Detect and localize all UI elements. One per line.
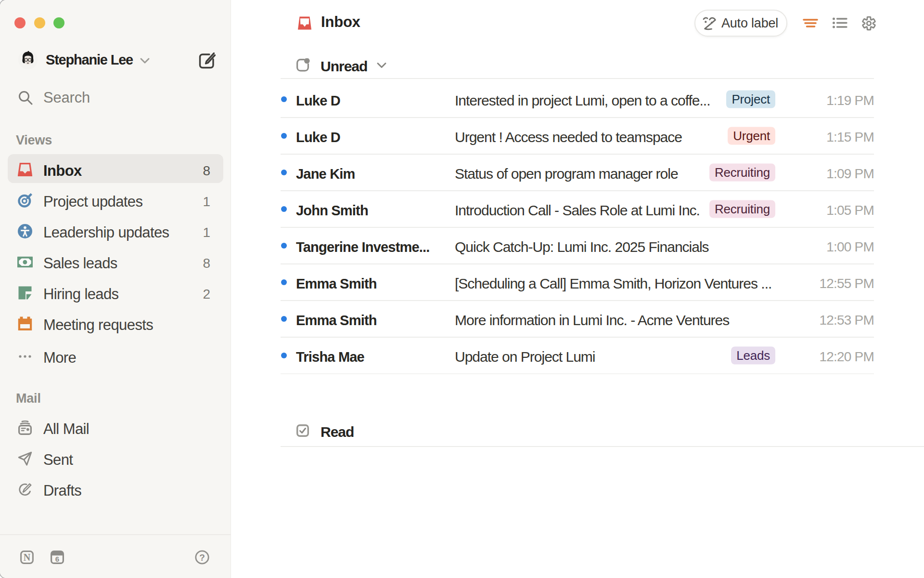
svg-text:6: 6 [55, 555, 59, 563]
svg-text:N: N [24, 552, 31, 563]
svg-text:?: ? [199, 552, 205, 563]
